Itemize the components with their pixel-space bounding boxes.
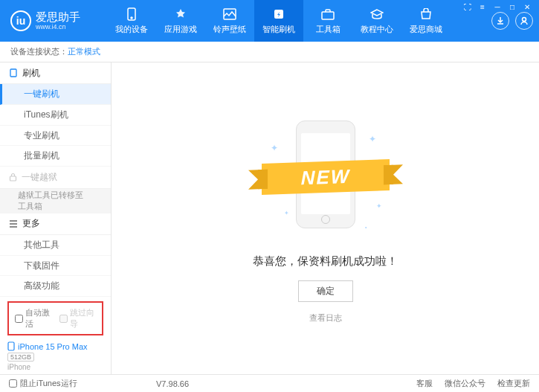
sidebar-jailbreak-note: 越狱工具已转移至 工具箱 [0, 189, 111, 213]
logo: iu 爱思助手 www.i4.cn [10, 10, 107, 31]
svg-rect-6 [10, 69, 16, 77]
wallpaper-icon [223, 7, 236, 21]
device-phone-icon [7, 341, 15, 351]
device-name[interactable]: iPhone 15 Pro Max [7, 341, 103, 351]
wc-close-icon[interactable]: ✕ [521, 3, 533, 11]
toolbox-icon [321, 7, 335, 21]
ok-button[interactable]: 确定 [298, 280, 353, 302]
status-label: 设备连接状态： [10, 46, 68, 57]
logo-icon: iu [10, 10, 31, 31]
svg-rect-8 [8, 342, 14, 350]
block-itunes-checkbox[interactable]: 阻止iTunes运行 [9, 378, 77, 389]
nav-store[interactable]: 爱思商城 [401, 0, 451, 42]
view-log-link[interactable]: 查看日志 [309, 312, 342, 324]
flash-group-icon [9, 68, 18, 77]
app-header: iu 爱思助手 www.i4.cn 我的设备 应用游戏 铃声壁纸 智能刷机 工具… [0, 0, 539, 42]
auto-activate-checkbox[interactable]: 自动激活 [15, 307, 52, 330]
store-icon [419, 7, 433, 21]
svg-rect-7 [10, 176, 16, 181]
main-nav: 我的设备 应用游戏 铃声壁纸 智能刷机 工具箱 教程中心 爱思商城 [107, 0, 491, 42]
wc-minimize-icon[interactable]: ─ [491, 3, 503, 11]
footer-link-update[interactable]: 检查更新 [497, 378, 530, 389]
phone-icon [125, 7, 138, 21]
checkbox-area: 自动激活 跳过向导 [7, 301, 103, 335]
nav-tutorials[interactable]: 教程中心 [352, 0, 401, 42]
sidebar-item-advanced[interactable]: 高级功能 [0, 276, 111, 297]
user-button[interactable] [515, 12, 533, 30]
svg-rect-4 [322, 12, 334, 19]
app-version: V7.98.66 [156, 379, 189, 388]
sidebar-item-other-tools[interactable]: 其他工具 [0, 235, 111, 256]
flash-icon [272, 7, 285, 21]
app-name: 爱思助手 [36, 11, 80, 22]
sidebar-group-flash[interactable]: 刷机 [0, 62, 111, 84]
nav-my-device[interactable]: 我的设备 [107, 0, 156, 42]
nav-smart-flash[interactable]: 智能刷机 [254, 0, 303, 42]
sidebar-item-batch-flash[interactable]: 批量刷机 [0, 146, 111, 167]
status-bar: 设备连接状态： 正常模式 [0, 42, 539, 62]
nav-ringtone-wallpaper[interactable]: 铃声壁纸 [205, 0, 254, 42]
footer: 阻止iTunes运行 V7.98.66 客服 微信公众号 检查更新 [0, 374, 539, 392]
success-illustration: ✦ ✦ ✦ ✦ • • NEW [266, 113, 385, 240]
tutorial-icon [370, 7, 384, 21]
sidebar-item-pro-flash[interactable]: 专业刷机 [0, 126, 111, 147]
skip-guide-checkbox[interactable]: 跳过向导 [59, 307, 97, 330]
new-ribbon: NEW [262, 159, 390, 195]
wc-gift-icon[interactable]: ⛶ [462, 3, 474, 11]
device-storage: 512GB [7, 353, 34, 362]
sidebar-group-more[interactable]: 更多 [0, 213, 111, 235]
wc-maximize-icon[interactable]: □ [506, 3, 518, 11]
apps-icon [174, 7, 187, 21]
nav-apps-games[interactable]: 应用游戏 [156, 0, 205, 42]
status-mode: 正常模式 [68, 46, 100, 57]
lock-icon [9, 173, 17, 181]
device-type: iPhone [7, 363, 103, 371]
svg-point-5 [523, 18, 526, 22]
footer-link-support[interactable]: 客服 [416, 378, 433, 389]
main-content: ✦ ✦ ✦ ✦ • • NEW 恭喜您，保资料刷机成功啦！ 确定 查看日志 [112, 62, 539, 374]
footer-link-wechat[interactable]: 微信公众号 [445, 378, 485, 389]
sidebar-item-download-firmware[interactable]: 下载固件 [0, 256, 111, 277]
svg-point-1 [131, 17, 132, 19]
sidebar-group-jailbreak: 一键越狱 [0, 167, 111, 188]
wc-menu-icon[interactable]: ≡ [477, 3, 488, 11]
nav-toolbox[interactable]: 工具箱 [303, 0, 352, 42]
sidebar: 刷机 一键刷机 iTunes刷机 专业刷机 批量刷机 一键越狱 越狱工具已转移至… [0, 62, 112, 374]
sidebar-item-oneclick-flash[interactable]: 一键刷机 [0, 84, 111, 105]
device-info: iPhone 15 Pro Max 512GB iPhone [0, 338, 111, 374]
sidebar-item-itunes-flash[interactable]: iTunes刷机 [0, 105, 111, 126]
download-button[interactable] [491, 12, 509, 30]
app-url: www.i4.cn [36, 24, 80, 30]
success-message: 恭喜您，保资料刷机成功啦！ [253, 254, 398, 269]
more-icon [9, 220, 18, 228]
